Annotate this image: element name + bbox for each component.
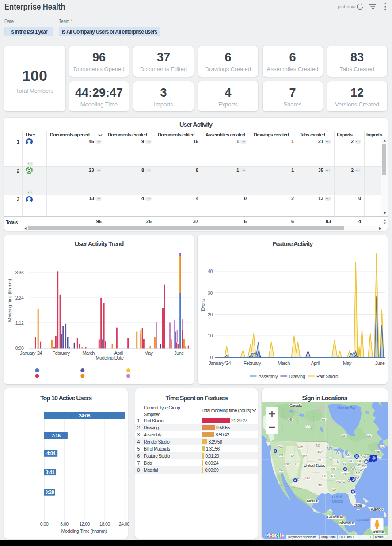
svg-text:NM: NM bbox=[305, 476, 310, 480]
svg-text:NE: NE bbox=[318, 458, 323, 462]
svg-text:SD: SD bbox=[317, 450, 322, 454]
svg-text:Guatemala: Guatemala bbox=[327, 515, 343, 519]
svg-text:G: G bbox=[266, 532, 270, 538]
svg-text:Events: Events bbox=[201, 299, 206, 311]
svg-text:MB: MB bbox=[322, 418, 327, 422]
svg-text:PA: PA bbox=[357, 459, 361, 463]
svg-text:TN: TN bbox=[342, 472, 346, 476]
svg-text:March: March bbox=[278, 360, 290, 366]
svg-text:LA: LA bbox=[332, 488, 336, 492]
svg-text:CA: CA bbox=[278, 468, 283, 472]
svg-text:MI: MI bbox=[346, 453, 350, 457]
svg-text:Nicaragua: Nicaragua bbox=[339, 521, 354, 525]
svg-text:3:28: 3:28 bbox=[45, 489, 54, 495]
svg-text:March: March bbox=[82, 350, 95, 356]
svg-text:AB: AB bbox=[288, 417, 293, 421]
svg-text:Part Studio: Part Studio bbox=[316, 374, 338, 379]
svg-text:12:00: 12:00 bbox=[79, 521, 90, 527]
svg-text:Mexico: Mexico bbox=[307, 499, 319, 503]
svg-text:0:00: 0:00 bbox=[40, 521, 49, 527]
svg-text:June: June bbox=[375, 360, 385, 366]
svg-text:Drawing: Drawing bbox=[289, 374, 305, 379]
svg-text:3:41: 3:41 bbox=[46, 470, 54, 475]
svg-text:QC: QC bbox=[367, 434, 372, 438]
svg-text:AZ: AZ bbox=[295, 478, 299, 482]
svg-text:WY: WY bbox=[303, 454, 308, 458]
svg-text:NY: NY bbox=[362, 455, 367, 459]
svg-text:April: April bbox=[311, 360, 319, 366]
svg-text:Terms: Terms bbox=[374, 535, 384, 539]
svg-text:Modeling Time (hh:mm): Modeling Time (hh:mm) bbox=[8, 279, 12, 322]
svg-text:g: g bbox=[276, 532, 279, 538]
svg-text:TX: TX bbox=[318, 483, 322, 487]
svg-text:ON: ON bbox=[342, 434, 346, 438]
svg-text:ID: ID bbox=[291, 454, 294, 458]
svg-text:WA: WA bbox=[278, 445, 283, 449]
svg-text:4:04: 4:04 bbox=[46, 451, 56, 456]
svg-text:January '24: January '24 bbox=[20, 350, 42, 356]
svg-text:UT: UT bbox=[295, 462, 299, 466]
svg-text:3:36: 3:36 bbox=[15, 270, 24, 275]
svg-text:WV: WV bbox=[351, 466, 357, 470]
svg-text:NC: NC bbox=[356, 471, 361, 475]
svg-text:20: 20 bbox=[208, 312, 213, 317]
svg-text:Puerto R: Puerto R bbox=[371, 507, 384, 512]
svg-text:Venezue: Venezue bbox=[372, 530, 385, 534]
svg-text:Caribbean: Caribbean bbox=[356, 518, 370, 522]
svg-text:June: June bbox=[174, 350, 184, 356]
svg-text:MT: MT bbox=[298, 445, 303, 449]
svg-text:Canada: Canada bbox=[289, 403, 302, 408]
svg-text:MO: MO bbox=[331, 467, 337, 471]
svg-text:o: o bbox=[273, 532, 276, 538]
svg-text:MS: MS bbox=[336, 480, 341, 484]
svg-text:February: February bbox=[52, 350, 70, 356]
svg-text:NV: NV bbox=[285, 462, 290, 466]
svg-text:February: February bbox=[244, 360, 261, 366]
svg-text:24:08: 24:08 bbox=[79, 413, 90, 418]
svg-text:o: o bbox=[270, 532, 273, 538]
svg-text:Cuba: Cuba bbox=[354, 503, 362, 508]
svg-text:OH: OH bbox=[349, 459, 353, 463]
svg-text:Gulf of: Gulf of bbox=[332, 495, 342, 499]
svg-text:10: 10 bbox=[208, 333, 213, 338]
svg-text:Modeling Date: Modeling Date bbox=[95, 355, 124, 360]
svg-text:May: May bbox=[343, 360, 352, 366]
svg-text:e: e bbox=[281, 532, 283, 538]
svg-text:OR: OR bbox=[279, 453, 284, 457]
svg-text:SK: SK bbox=[306, 424, 310, 428]
svg-text:6:00: 6:00 bbox=[60, 521, 69, 527]
svg-text:United States: United States bbox=[304, 463, 326, 468]
svg-text:1000 km: 1000 km bbox=[339, 535, 352, 539]
svg-text:24:00: 24:00 bbox=[119, 521, 129, 527]
svg-text:Hudson Bay: Hudson Bay bbox=[337, 406, 356, 410]
svg-text:40: 40 bbox=[208, 269, 213, 274]
svg-text:NB: NB bbox=[380, 445, 384, 449]
svg-text:DE: DE bbox=[362, 464, 366, 468]
svg-text:Map Data: Map Data bbox=[321, 535, 336, 539]
svg-text:30: 30 bbox=[208, 290, 213, 296]
svg-text:18:00: 18:00 bbox=[99, 521, 110, 527]
svg-text:IL: IL bbox=[337, 459, 339, 463]
svg-text:AL: AL bbox=[342, 480, 346, 484]
svg-text:MN: MN bbox=[327, 447, 332, 451]
svg-text:7:15: 7:15 bbox=[51, 433, 60, 438]
svg-text:AR: AR bbox=[331, 474, 335, 478]
svg-text:Modeling Time (hh:mm): Modeling Time (hh:mm) bbox=[61, 528, 107, 534]
svg-text:0: 0 bbox=[210, 355, 213, 360]
svg-text:2:24: 2:24 bbox=[15, 295, 24, 300]
svg-text:ME: ME bbox=[375, 450, 380, 454]
svg-text:Keyboard shortcuts: Keyboard shortcuts bbox=[288, 535, 316, 539]
svg-text:IN: IN bbox=[343, 462, 346, 466]
svg-text:WI: WI bbox=[336, 451, 340, 455]
svg-text:ND: ND bbox=[316, 444, 321, 447]
svg-text:Assembly: Assembly bbox=[259, 374, 278, 379]
svg-text:MD: MD bbox=[356, 463, 362, 467]
svg-text:IA: IA bbox=[329, 457, 332, 461]
svg-text:May: May bbox=[145, 350, 153, 356]
svg-text:Mexico: Mexico bbox=[332, 499, 343, 504]
svg-text:1:12: 1:12 bbox=[15, 320, 24, 326]
svg-text:January '24: January '24 bbox=[209, 360, 231, 366]
svg-text:OK: OK bbox=[322, 474, 327, 478]
